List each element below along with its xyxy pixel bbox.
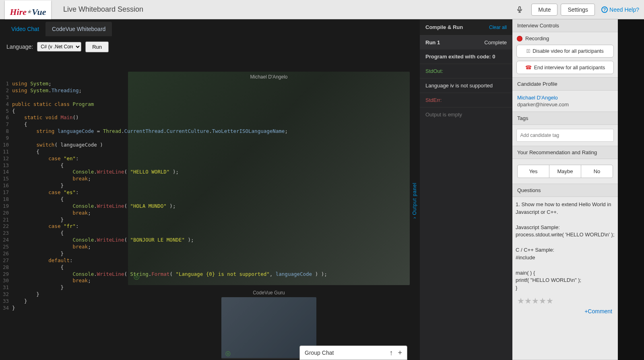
record-icon: [517, 36, 522, 41]
stderr-empty: Output is empty: [420, 108, 512, 122]
plus-icon[interactable]: +: [398, 349, 402, 357]
help-icon: ?: [601, 6, 608, 13]
rating-stars[interactable]: ★★★★★: [512, 296, 618, 306]
candidate-name-link[interactable]: Michael D'Angelo: [517, 95, 613, 101]
logo-star-icon: ★: [27, 9, 31, 15]
recording-status: Recording: [512, 32, 618, 45]
hangup-icon: ☎: [525, 65, 532, 70]
connection-icon-self: ⦾: [225, 350, 231, 358]
code-editor[interactable]: 1using System; 2using System.Threading; …: [0, 81, 415, 312]
output-panel: Compile & Run Clear all Run 1 Complete P…: [420, 19, 512, 360]
svg-rect-0: [519, 6, 521, 10]
tags-header: Tags: [512, 112, 618, 125]
run-button[interactable]: Run: [85, 41, 109, 52]
rec-maybe-button[interactable]: Maybe: [549, 165, 581, 178]
language-label: Language:: [6, 43, 33, 50]
logo-prefix: Hire: [10, 7, 27, 17]
output-header: Compile & Run: [425, 24, 463, 30]
group-chat-label: Group Chat: [305, 350, 334, 356]
page-title: Live Whiteboard Session: [63, 5, 143, 14]
tab-codevue-whiteboard[interactable]: CodeVue Whiteboard: [45, 22, 112, 36]
run-status: Complete: [484, 39, 507, 46]
settings-button[interactable]: Settings: [561, 4, 595, 16]
candidate-profile-header: Candidate Profile: [512, 78, 618, 91]
camera-off-icon: 📷⃠: [526, 48, 530, 54]
language-select[interactable]: C# (v .Net Core): [37, 42, 81, 52]
candidate-email: dparker@hirevue.com: [517, 101, 613, 108]
stderr-label: StdErr:: [420, 93, 512, 108]
stdout-content: Language iv is not supported: [420, 79, 512, 93]
questions-header: Questions: [512, 184, 618, 197]
rec-no-button[interactable]: No: [581, 165, 613, 178]
tab-video-chat[interactable]: Video Chat: [5, 22, 45, 36]
stdout-label: StdOut:: [420, 64, 512, 79]
help-label: Need Help?: [609, 6, 639, 13]
add-comment-link[interactable]: +Comment: [584, 308, 612, 314]
recommendation-header: Your Recommendation and Rating: [512, 146, 618, 159]
clear-all-link[interactable]: Clear all: [489, 25, 507, 30]
run-label: Run 1: [425, 39, 440, 46]
question-text: 1. Show me how to extend Hello World in …: [512, 197, 618, 296]
top-bar: Hire★Vue Live Whiteboard Session Mute Se…: [0, 0, 644, 19]
sidebar: Interview Controls Recording 📷⃠Disable v…: [512, 19, 618, 360]
mic-icon[interactable]: [516, 6, 523, 13]
editor-toolbar: Language: C# (v .Net Core) Run: [0, 39, 420, 55]
group-chat-bar[interactable]: Group Chat ↑ +: [299, 346, 407, 360]
recommendation-buttons: Yes Maybe No: [517, 165, 613, 178]
arrow-up-icon[interactable]: ↑: [389, 349, 393, 357]
video-main-label: Michael D'Angelo: [128, 74, 410, 80]
help-link[interactable]: ? Need Help?: [601, 6, 639, 13]
tag-input[interactable]: [516, 129, 613, 142]
mute-button[interactable]: Mute: [531, 4, 557, 16]
logo-suffix: Vue: [32, 7, 46, 17]
disable-video-button[interactable]: 📷⃠Disable video for all participants: [516, 45, 613, 58]
interview-controls-header: Interview Controls: [512, 19, 618, 32]
rec-yes-button[interactable]: Yes: [517, 165, 549, 178]
exit-code: Program exited with code: 0: [420, 50, 512, 64]
tabs: Video Chat CodeVue Whiteboard: [0, 19, 420, 39]
main-area: Video Chat CodeVue Whiteboard Language: …: [0, 19, 420, 360]
recording-label: Recording: [525, 35, 549, 41]
end-interview-button[interactable]: ☎End interview for all participants: [516, 61, 613, 74]
